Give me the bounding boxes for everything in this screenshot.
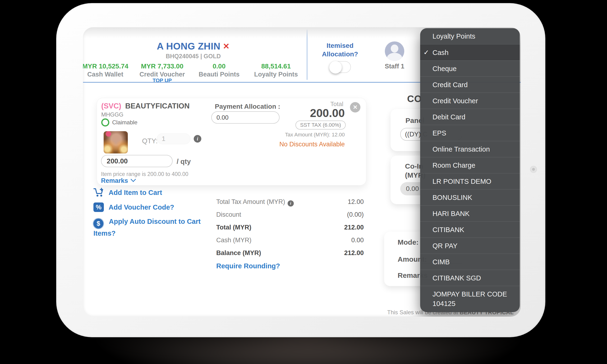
menu-item-debit-card[interactable]: Debit Card — [420, 109, 520, 125]
item-title: (SVC) BEAUTYFICATION — [101, 102, 190, 110]
summary-cash-label: Cash (MYR) — [216, 237, 252, 244]
wallet-beauti-points: 0.00 Beauti Points — [191, 63, 248, 78]
tax-badge: SST TAX (6.00%) — [295, 120, 346, 130]
summary-total-value: 212.00 — [344, 224, 364, 231]
per-qty-label: / qty — [177, 158, 191, 166]
menu-item-citibank[interactable]: CITIBANK — [420, 221, 520, 237]
item-category: (SVC) — [101, 102, 121, 110]
summary-cash-value: 0.00 — [351, 237, 364, 244]
summary-balance-label: Balance (MYR) — [216, 249, 261, 257]
staff-avatar[interactable] — [385, 41, 404, 61]
payment-allocation-label: Payment Allocation : — [215, 103, 280, 110]
claimable-radio-icon[interactable] — [101, 118, 109, 127]
mode-label: Mode: — [398, 238, 418, 246]
wallet-beauti-points-value: 0.00 — [191, 63, 248, 70]
wallet-beauti-points-label: Beauti Points — [191, 71, 248, 78]
itemised-allocation-toggle[interactable] — [329, 61, 351, 73]
toggle-knob — [329, 61, 342, 74]
summary-row-cash: Cash (MYR) 0.00 — [216, 237, 364, 244]
percent-icon: % — [93, 203, 104, 212]
app-screen: A HONG ZHIN✕ BHQ240045 | GOLD MYR 10,525… — [83, 27, 521, 317]
customer-code: BHQ240045 | GOLD — [83, 53, 304, 60]
item-remarks-link[interactable]: Remarks — [101, 177, 135, 184]
itemised-allocation-label: Itemised Allocation? — [319, 41, 361, 58]
menu-item-online-transaction[interactable]: Online Transaction — [420, 141, 520, 157]
wallet-cash-label: Cash Wallet — [83, 71, 134, 78]
summary-total-label: Total (MYR) — [216, 224, 251, 231]
add-voucher-button[interactable]: % Add Voucher Code? — [93, 203, 174, 212]
add-item-label: Add Item to Cart — [109, 189, 162, 196]
menu-item-room-charge[interactable]: Room Charge — [420, 157, 520, 173]
item-total-value: 200.00 — [310, 106, 345, 120]
require-rounding-link[interactable]: Require Rounding? — [216, 262, 280, 270]
summary-tax-label: Total Tax Amount (MYR)i — [216, 198, 294, 207]
cart-item-card: (SVC) BEAUTYFICATION MHGGG Claimable QTY… — [97, 98, 366, 185]
wallet-cash: MYR 10,525.74 Cash Wallet — [83, 63, 134, 78]
wallet-credit-voucher-label: Credit Voucher — [134, 71, 191, 78]
wallet-cash-value: MYR 10,525.74 — [83, 63, 134, 70]
remove-customer-icon[interactable]: ✕ — [223, 41, 230, 51]
menu-item-cheque[interactable]: Cheque — [420, 60, 520, 77]
menu-item-loyalty-points[interactable]: Loyalty Points — [420, 28, 520, 44]
item-code: MHGGG — [101, 111, 123, 118]
menu-item-bonuslink[interactable]: BONUSLINK — [420, 189, 520, 205]
wallet-loyalty-points: 88,514.61 Loyalty Points — [248, 63, 304, 78]
staff-label: Staff 1 — [380, 63, 409, 70]
wallet-loyalty-points-value: 88,514.61 — [248, 63, 304, 70]
menu-item-credit-voucher[interactable]: Credit Voucher — [420, 93, 520, 109]
tablet-frame: A HONG ZHIN✕ BHQ240045 | GOLD MYR 10,525… — [56, 3, 545, 337]
item-image — [104, 131, 128, 154]
unit-price-input[interactable] — [101, 155, 173, 167]
no-discount-text: No Discounts Available — [279, 141, 345, 148]
wallet-summary: MYR 10,525.74 Cash Wallet MYR 7,733.00 C… — [83, 63, 304, 78]
summary-row-total: Total (MYR) 212.00 — [216, 224, 364, 231]
menu-item-citibank-sgd[interactable]: CITIBANK SGD — [420, 270, 520, 286]
menu-item-hari-bank[interactable]: HARI BANK — [420, 205, 520, 221]
auto-discount-button[interactable]: $ Apply Auto Discount to Cart Items? — [93, 217, 221, 238]
claimable-label: Claimable — [112, 119, 138, 126]
qty-label: QTY: — [142, 137, 158, 145]
remove-item-icon[interactable]: ✕ — [350, 102, 360, 113]
add-item-to-cart-button[interactable]: Add Item to Cart — [93, 188, 162, 197]
tax-amount-text: Tax Amount (MYR): 12.00 — [285, 132, 345, 138]
right-panel-heading: CO — [407, 93, 422, 104]
chevron-down-icon — [131, 177, 136, 182]
customer-name-row: A HONG ZHIN✕ — [83, 41, 304, 52]
summary-tax-value: 12.00 — [348, 198, 364, 207]
menu-item-eps[interactable]: EPS — [420, 125, 520, 141]
menu-item-qr-pay[interactable]: QR PAY — [420, 237, 520, 254]
wallet-loyalty-points-label: Loyalty Points — [248, 71, 304, 78]
menu-item-credit-card[interactable]: Credit Card — [420, 77, 520, 93]
qty-info-icon[interactable]: i — [194, 135, 201, 143]
summary-discount-label: Discount — [216, 211, 241, 218]
payment-mode-menu: Loyalty Points ✓ Cash Cheque Credit Card… — [420, 28, 520, 312]
add-voucher-label: Add Voucher Code? — [109, 203, 174, 211]
wallet-credit-voucher: MYR 7,733.00 Credit Voucher — [134, 63, 191, 78]
auto-discount-label: Apply Auto Discount to Cart Items? — [93, 218, 201, 237]
claimable-row[interactable]: Claimable — [101, 118, 138, 127]
item-name: BEAUTYFICATION — [125, 102, 190, 110]
menu-item-cimb[interactable]: CIMB — [420, 254, 520, 270]
menu-item-cash[interactable]: ✓ Cash — [420, 44, 520, 60]
summary-row-tax: Total Tax Amount (MYR)i 12.00 — [216, 198, 364, 207]
menu-item-lr-points-demo[interactable]: LR POINTS DEMO — [420, 173, 520, 189]
summary-row-balance: Balance (MYR) 212.00 — [216, 249, 364, 257]
stage: A HONG ZHIN✕ BHQ240045 | GOLD MYR 10,525… — [0, 0, 607, 364]
tax-info-icon[interactable]: i — [288, 200, 294, 207]
cart-plus-icon — [93, 188, 104, 197]
top-up-link[interactable]: TOP UP — [143, 78, 181, 84]
customer-name: A HONG ZHIN — [157, 41, 220, 52]
tablet-reflection — [95, 334, 522, 364]
qty-input: 1 — [157, 133, 190, 144]
header-vertical-divider — [307, 30, 307, 80]
summary-row-discount: Discount (0.00) — [216, 211, 364, 218]
item-remarks-label: Remarks — [101, 177, 128, 184]
menu-item-jompay-biller[interactable]: JOMPAY BILLER CODE 104125 — [420, 286, 520, 312]
wallet-credit-voucher-value: MYR 7,733.00 — [134, 63, 191, 70]
summary-balance-value: 212.00 — [344, 249, 364, 257]
dollar-badge-icon: $ — [93, 219, 103, 229]
check-icon: ✓ — [424, 45, 429, 61]
summary-discount-value: (0.00) — [347, 211, 364, 218]
payment-allocation-input[interactable] — [211, 111, 279, 124]
tablet-camera — [530, 166, 537, 172]
